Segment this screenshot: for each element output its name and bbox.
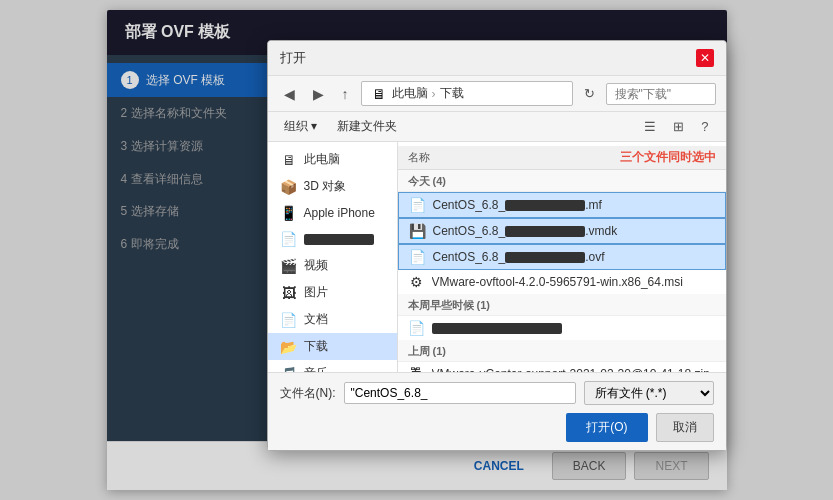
file-row-vmdk[interactable]: 💾 CentOS_6.8_.vmdk xyxy=(398,218,726,244)
dialog-cancel-button[interactable]: 取消 xyxy=(656,413,714,442)
dialog-close-button[interactable]: ✕ xyxy=(696,49,714,67)
footer-row2: 打开(O) 取消 xyxy=(280,413,714,442)
file-ovf-name: CentOS_6.8_.ovf xyxy=(433,250,715,264)
file-dialog-footer: 文件名(N): 所有文件 (*.*) 打开(O) 取消 xyxy=(268,372,726,450)
nav-music-label: 音乐 xyxy=(304,365,328,372)
file-dialog-action-toolbar: 组织 ▾ 新建文件夹 ☰ ⊞ ? xyxy=(268,112,726,142)
col-name-header: 名称 xyxy=(408,150,612,165)
view-grid-button[interactable]: ⊞ xyxy=(666,116,691,137)
file-row-ovftool[interactable]: ⚙ VMware-ovftool-4.2.0-5965791-win.x86_6… xyxy=(398,270,726,294)
file-row-lastweek[interactable]: 🗜 VMware-vCenter-support-2021-02-20@10-4… xyxy=(398,362,726,372)
footer-row1: 文件名(N): 所有文件 (*.*) xyxy=(280,381,714,405)
nav-docs-label: 文档 xyxy=(304,311,328,328)
nav-video[interactable]: 🎬 视频 xyxy=(268,252,397,279)
file-dialog-body: 🖥 此电脑 📦 3D 对象 📱 Apple iPhone 📄 xyxy=(268,142,726,372)
downloads-icon: 📂 xyxy=(280,339,298,355)
file-mf-name: CentOS_6.8_.mf xyxy=(433,198,715,212)
nav-up-button[interactable]: ↑ xyxy=(336,83,355,105)
nav-redacted[interactable]: 📄 xyxy=(268,226,397,252)
video-icon: 🎬 xyxy=(280,258,298,274)
file-row-mf[interactable]: 📄 CentOS_6.8_.mf xyxy=(398,192,726,218)
filetype-select[interactable]: 所有文件 (*.*) xyxy=(584,381,714,405)
docs-icon: 📄 xyxy=(280,312,298,328)
loc-sep: › xyxy=(432,87,436,101)
location-bar[interactable]: 🖥 此电脑 › 下载 xyxy=(361,81,573,106)
nav-iphone[interactable]: 📱 Apple iPhone xyxy=(268,200,397,226)
file-thisweek-icon: 📄 xyxy=(408,320,426,336)
nav-pc[interactable]: 🖥 此电脑 xyxy=(268,146,397,173)
nav-pictures-label: 图片 xyxy=(304,284,328,301)
nav-forward-button[interactable]: ▶ xyxy=(307,83,330,105)
nav-music[interactable]: 🎵 音乐 xyxy=(268,360,397,372)
group-today: 今天 (4) xyxy=(398,170,726,192)
filename-label: 文件名(N): xyxy=(280,385,336,402)
nav-downloads-label: 下载 xyxy=(304,338,328,355)
file-dialog-nav-toolbar: ◀ ▶ ↑ 🖥 此电脑 › 下载 ↻ xyxy=(268,76,726,112)
refresh-button[interactable]: ↻ xyxy=(579,84,600,103)
file-ovftool-icon: ⚙ xyxy=(408,274,426,290)
file-mf-icon: 📄 xyxy=(409,197,427,213)
nav-back-button[interactable]: ◀ xyxy=(278,83,301,105)
dialog-overlay: 打开 ✕ ◀ ▶ ↑ 🖥 此电脑 › 下载 ↻ 组织 ▾ 新 xyxy=(107,10,727,490)
file-ovftool-name: VMware-ovftool-4.2.0-5965791-win.x86_64.… xyxy=(432,275,716,289)
file-nav-panel: 🖥 此电脑 📦 3D 对象 📱 Apple iPhone 📄 xyxy=(268,142,398,372)
iphone-icon: 📱 xyxy=(280,205,298,221)
file-col-header: 名称 三个文件同时选中 xyxy=(398,146,726,170)
group-last-week: 上周 (1) xyxy=(398,340,726,362)
search-input[interactable] xyxy=(606,83,716,105)
nav-iphone-label: Apple iPhone xyxy=(304,206,375,220)
folder-crumb: 下载 xyxy=(440,85,464,102)
pc-crumb: 此电脑 xyxy=(392,85,428,102)
redacted-icon: 📄 xyxy=(280,231,298,247)
file-vmdk-icon: 💾 xyxy=(409,223,427,239)
file-thisweek-name xyxy=(432,321,716,335)
nav-pc-label: 此电脑 xyxy=(304,151,340,168)
file-vmdk-name: CentOS_6.8_.vmdk xyxy=(433,224,715,238)
nav-pictures[interactable]: 🖼 图片 xyxy=(268,279,397,306)
file-dialog: 打开 ✕ ◀ ▶ ↑ 🖥 此电脑 › 下载 ↻ 组织 ▾ 新 xyxy=(267,40,727,451)
filename-input[interactable] xyxy=(344,382,576,404)
file-dialog-titlebar: 打开 ✕ xyxy=(268,41,726,76)
file-row-thisweek[interactable]: 📄 xyxy=(398,316,726,340)
nav-docs[interactable]: 📄 文档 xyxy=(268,306,397,333)
group-this-week: 本周早些时候 (1) xyxy=(398,294,726,316)
nav-3d[interactable]: 📦 3D 对象 xyxy=(268,173,397,200)
nav-downloads[interactable]: 📂 下载 xyxy=(268,333,397,360)
view-list-button[interactable]: ☰ xyxy=(637,116,663,137)
view-buttons: ☰ ⊞ ? xyxy=(637,116,715,137)
3d-icon: 📦 xyxy=(280,179,298,195)
pictures-icon: 🖼 xyxy=(280,285,298,301)
selected-note: 三个文件同时选中 xyxy=(620,149,716,166)
pc-nav-icon: 🖥 xyxy=(280,152,298,168)
wizard-panel: 部署 OVF 模板 1 选择 OVF 模板 2 选择名称和文件夹 3 选择计算资… xyxy=(107,10,727,490)
nav-3d-label: 3D 对象 xyxy=(304,178,347,195)
pc-icon: 🖥 xyxy=(370,86,388,102)
nav-video-label: 视频 xyxy=(304,257,328,274)
file-dialog-title: 打开 xyxy=(280,49,306,67)
organize-button[interactable]: 组织 ▾ xyxy=(278,116,323,137)
nav-redacted-bar xyxy=(304,234,374,245)
view-help-button[interactable]: ? xyxy=(694,116,715,137)
file-list-area: 名称 三个文件同时选中 今天 (4) 📄 CentOS_6.8_.mf 💾 xyxy=(398,142,726,372)
new-folder-button[interactable]: 新建文件夹 xyxy=(331,116,403,137)
file-row-ovf[interactable]: 📄 CentOS_6.8_.ovf xyxy=(398,244,726,270)
dialog-open-button[interactable]: 打开(O) xyxy=(566,413,647,442)
file-ovf-icon: 📄 xyxy=(409,249,427,265)
